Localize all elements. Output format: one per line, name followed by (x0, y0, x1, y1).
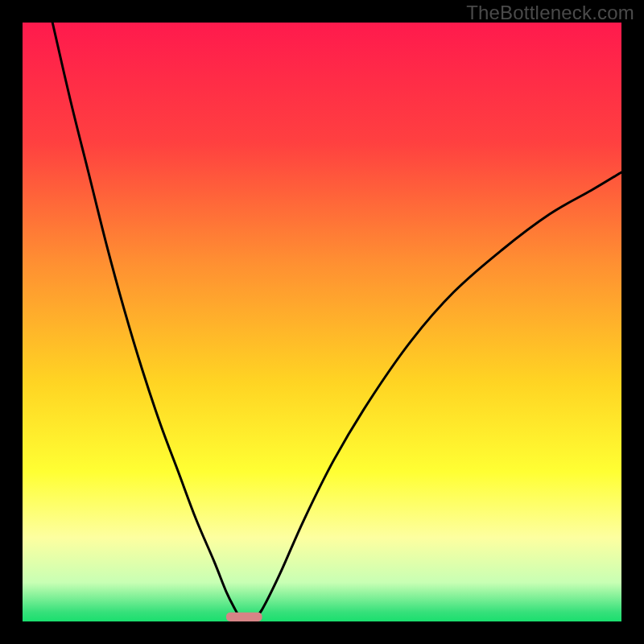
plot-area (23, 23, 621, 621)
bottleneck-chart (23, 23, 621, 621)
chart-frame: TheBottleneck.com (0, 0, 644, 644)
watermark-text: TheBottleneck.com (466, 2, 634, 24)
optimal-marker (226, 613, 262, 621)
gradient-background (23, 23, 621, 621)
